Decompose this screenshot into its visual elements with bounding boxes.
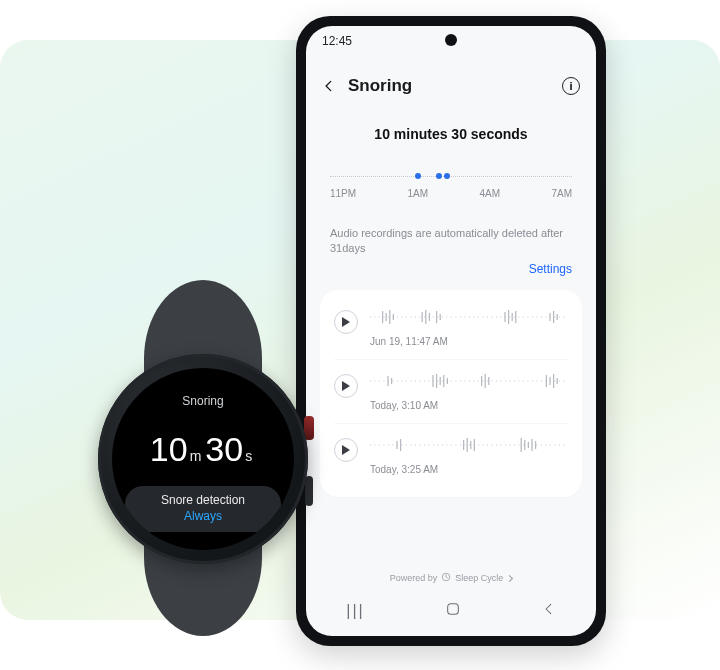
watch-minutes: 10 [150,430,188,468]
timeline-event-dot [444,173,450,179]
chip-label: Snore detection [143,494,263,507]
page-title: Snoring [348,76,562,96]
timeline-event-dot [436,173,442,179]
recents-icon[interactable]: ||| [346,602,364,620]
powered-brand: Sleep Cycle [455,573,503,583]
recording-row: Jun 19, 11:47 AM [334,296,568,359]
chip-value: Always [143,509,263,523]
timeline-track [330,166,572,186]
timeline-label: 1AM [408,188,429,199]
recording-row: Today, 3:25 AM [334,423,568,487]
play-button[interactable] [334,438,358,462]
timeline-label: 11PM [330,188,356,199]
play-button[interactable] [334,310,358,334]
waveform [370,436,568,454]
timeline-label: 4AM [479,188,500,199]
total-snoring-duration: 10 minutes 30 seconds [306,126,596,142]
watch-title: Snoring [112,394,294,408]
timeline-label: 7AM [551,188,572,199]
snore-detection-chip[interactable]: Snore detection Always [125,486,281,532]
phone-frame: 12:45 Snoring i 10 minutes 30 seconds 11… [296,16,606,646]
app-header: Snoring i [306,66,596,106]
clock-icon [441,572,451,584]
snoring-timeline[interactable]: 11PM 1AM 4AM 7AM [330,166,572,199]
recording-timestamp: Today, 3:10 AM [370,400,568,411]
watch-seconds: 30 [205,430,243,468]
svg-rect-45 [448,604,459,615]
timeline-event-dot [415,173,421,179]
recordings-card: Jun 19, 11:47 AM [320,290,582,497]
info-icon[interactable]: i [562,77,580,95]
seconds-unit: s [245,448,252,464]
watch-duration: 10m30s [112,430,294,469]
timeline-line [330,176,572,177]
minutes-unit: m [190,448,202,464]
status-time: 12:45 [322,34,352,48]
recording-row: Today, 3:10 AM [334,359,568,423]
watch-device: Snoring 10m30s Snore detection Always [86,280,320,636]
watch-side-button[interactable] [305,476,313,506]
waveform [370,308,568,326]
nav-back-icon[interactable] [542,602,556,620]
home-icon[interactable] [445,601,461,621]
settings-link[interactable]: Settings [529,262,572,276]
auto-delete-note: Audio recordings are automatically delet… [330,226,572,257]
timeline-labels: 11PM 1AM 4AM 7AM [330,188,572,199]
chevron-right-icon [506,574,513,581]
watch-screen[interactable]: Snoring 10m30s Snore detection Always [112,368,294,550]
phone-screen: 12:45 Snoring i 10 minutes 30 seconds 11… [306,26,596,636]
play-button[interactable] [334,374,358,398]
powered-prefix: Powered by [390,573,438,583]
back-icon[interactable] [322,79,336,93]
recording-timestamp: Jun 19, 11:47 AM [370,336,568,347]
recording-timestamp: Today, 3:25 AM [370,464,568,475]
waveform [370,372,568,390]
powered-by[interactable]: Powered by Sleep Cycle [306,572,596,584]
camera-cutout [445,34,457,46]
system-navbar: ||| [306,596,596,626]
